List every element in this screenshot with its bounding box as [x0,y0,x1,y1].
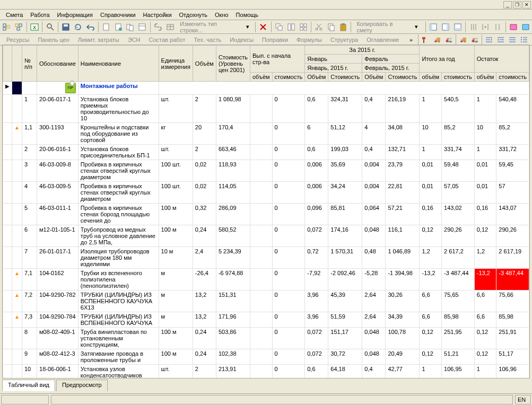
svg-point-32 [316,28,318,30]
tree-expand-icon[interactable] [1,21,12,33]
data-grid[interactable]: № п/п Обоснование Наименование Единица и… [2,45,530,378]
indent-left-icon[interactable] [483,34,495,46]
close-button[interactable]: ✕ [522,1,531,8]
dropdown-icon[interactable]: ▾ [242,21,253,33]
cascade-icon[interactable] [274,21,285,33]
col-jan[interactable]: Январь [305,55,362,64]
truck3-icon[interactable]: 🚚 [457,34,469,46]
search-icon[interactable] [45,21,56,33]
copy-icon[interactable] [326,21,337,33]
doc3-icon[interactable] [125,21,136,33]
panel1-icon[interactable] [428,21,439,33]
tab-ЭСН[interactable]: ЭСН [124,35,145,45]
dropdown2-icon[interactable]: ▾ [411,21,422,33]
menu-Работа[interactable]: Работа [27,11,53,19]
col-jan2[interactable]: Январь, 2015 г. [305,64,362,73]
row-pointer: ▶ [3,82,12,95]
table-row[interactable]: ▲7,1104-0162Трубки из вспененного полиэт… [3,269,529,290]
maximize-button[interactable]: ❐ [513,1,521,8]
table-row[interactable]: ▲1,1300-1193Кронштейны и подставки под о… [3,123,529,145]
col-vol[interactable]: Объём [193,46,216,82]
link-icon[interactable] [153,21,164,33]
paste-icon[interactable] [338,21,349,33]
panel3-icon[interactable] [452,21,463,33]
menu-Справочники[interactable]: Справочники [97,11,139,19]
col-rest[interactable]: Остаток [474,46,529,73]
tree-collapse-icon[interactable] [13,21,24,33]
tab-Тех. часть[interactable]: Тех. часть [189,35,225,45]
table-row[interactable]: 120-06-017-1Установка блоков приемных пр… [3,95,529,123]
undo-icon[interactable] [85,21,96,33]
col-yeartot[interactable]: Итого за год [420,46,474,73]
col-cost[interactable]: Стоимость (Уровень цен 2001) [216,46,250,82]
table-row[interactable]: 546-03-011-1Пробивка в кирпичных стенах … [3,204,529,225]
table-row[interactable]: 220-06-016-1Установка блоков присоединит… [3,145,529,160]
menu-Помощь[interactable]: Помощь [232,11,263,19]
col-unit[interactable]: Единица измерения [159,46,193,82]
delete-icon[interactable] [258,21,269,33]
table-row[interactable]: ▲7,2104-9290-782ТРУБКИ (ЦИЛИНДРЫ) ИЗ ВСП… [3,290,529,312]
doc1-icon[interactable] [100,21,111,33]
col-feb2[interactable]: Февраль, 2015 г. [362,64,420,73]
tab-Состав работ[interactable]: Состав работ [145,35,190,45]
col1-icon[interactable] [468,21,479,33]
table-row[interactable]: 446-03-009-5Пробивка в кирпичных стенах … [3,182,529,204]
menu-Смета[interactable]: Смета [2,11,27,19]
col-year[interactable]: За 2015 г. [305,46,420,55]
col-name[interactable]: Наименование [78,46,159,82]
menu-Окно[interactable]: Окно [211,11,232,19]
tab-Лимит. затраты[interactable]: Лимит. затраты [74,35,124,45]
doc2-icon[interactable] [112,21,124,33]
change-row-type-button[interactable]: Изменить тип строки... [177,21,241,33]
tab-Ресурсы[interactable]: Ресурсы [2,35,33,45]
col3-icon[interactable] [492,21,503,33]
truck4-icon[interactable]: 🚛 [469,34,481,46]
minimize-button[interactable]: _ [503,1,512,8]
menu-Информация[interactable]: Информация [54,11,97,19]
col-basis[interactable]: Обоснование [37,46,79,82]
table-row[interactable]: 1018-06-006-1Установка узлов конденсатоо… [3,365,529,378]
save-icon[interactable] [60,21,72,33]
truck1-icon[interactable]: 🚚 [431,34,443,46]
table-row[interactable]: 6м12-01-105-1Трубопровод из медных труб … [3,225,529,247]
table-row[interactable]: 346-03-009-8Пробивка в кирпичных стенах … [3,160,529,182]
tab-Поправки[interactable]: Поправки [258,35,292,45]
col-exec[interactable]: Вып. с начала стр-ва [250,46,304,73]
col2-icon[interactable] [480,21,491,33]
book2-icon[interactable] [520,21,531,33]
table-row[interactable]: ▲7,3104-9290-784ТРУБКИ (ЦИЛИНДРЫ) ИЗ ВСП… [3,312,529,328]
grid-icon[interactable] [298,21,309,33]
table-row[interactable]: 9м08-02-412-3Затягивание провода в проло… [3,349,529,365]
tab-Панель цен[interactable]: Панель цен [33,35,73,45]
svg-rect-26 [288,24,291,30]
tile-icon[interactable] [285,21,296,33]
svg-point-8 [47,24,51,28]
footer-tab-1[interactable]: Предпросмотр [56,380,108,391]
excel-export-icon[interactable]: X [29,21,40,33]
secondary-tab-bar: РесурсыПанель ценЛимит. затратыЭСНСостав… [0,34,532,46]
menu-Настройки[interactable]: Настройки [139,11,176,19]
indent-right-icon[interactable] [495,34,507,46]
footer-tab-0[interactable]: Табличный вид [2,380,55,391]
copy-to-estimate-button[interactable]: Копировать в смету [353,21,410,33]
col-num[interactable]: № п/п [22,46,37,82]
outdent-icon[interactable] [507,34,518,46]
tab-Индексы[interactable]: Индексы [225,35,258,45]
truck2-icon[interactable]: 🚛 [443,34,455,46]
book1-icon[interactable] [508,21,519,33]
doc4-icon[interactable] [137,21,148,33]
refresh-icon[interactable] [73,21,84,33]
tab-Структура[interactable]: Структура [326,35,362,45]
list-icon[interactable] [518,34,530,46]
expand-tabs-icon[interactable]: » [405,34,417,46]
menu-Отдохнуть[interactable]: Отдохнуть [176,11,212,19]
tab-Формулы[interactable]: Формулы [292,35,326,45]
col-feb[interactable]: Февраль [362,55,420,64]
hammer-icon[interactable] [420,34,431,46]
cut-icon[interactable] [313,21,325,33]
tab-Оглавление[interactable]: Оглавление [362,35,403,45]
panel2-icon[interactable] [440,21,451,33]
table-row[interactable]: 8м08-02-409-1Труба винипластовая по уста… [3,328,529,349]
table-row[interactable]: 726-01-017-1Изоляция трубопроводов диаме… [3,247,529,269]
table-icon[interactable] [164,21,176,33]
